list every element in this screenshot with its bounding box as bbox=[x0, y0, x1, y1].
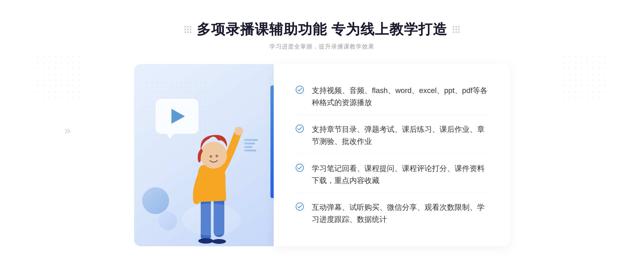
header-section: 多项录播课辅助功能 专为线上教学打造 学习进度全掌握，提升录播课教学效果 bbox=[184, 20, 460, 51]
dot bbox=[187, 29, 189, 30]
check-icon-4 bbox=[295, 202, 304, 211]
svg-point-12 bbox=[296, 164, 303, 171]
dot bbox=[190, 29, 191, 30]
dot bbox=[455, 31, 457, 33]
dot bbox=[187, 26, 189, 28]
title-row: 多项录播课辅助功能 专为线上教学打造 bbox=[184, 20, 460, 39]
dot bbox=[458, 26, 460, 28]
dot bbox=[184, 26, 186, 28]
svg-point-10 bbox=[296, 86, 303, 94]
check-icon-3 bbox=[295, 163, 304, 172]
dot bbox=[453, 31, 454, 33]
person-illustration bbox=[174, 118, 249, 246]
title-decoration-left bbox=[184, 26, 191, 33]
features-panel: 支持视频、音频、flash、word、excel、ppt、pdf等各种格式的资源… bbox=[274, 64, 510, 246]
dot bbox=[184, 29, 186, 30]
dot bbox=[190, 26, 191, 28]
page-subtitle: 学习进度全掌握，提升录播课教学效果 bbox=[269, 43, 374, 51]
page-title: 多项录播课辅助功能 专为线上教学打造 bbox=[197, 20, 447, 39]
page-wrapper: 多项录播课辅助功能 专为线上教学打造 学习进度全掌握，提升录播课教学效果 bbox=[0, 4, 644, 257]
feature-item-1: 支持视频、音频、flash、word、excel、ppt、pdf等各种格式的资源… bbox=[295, 79, 491, 115]
dot bbox=[455, 29, 457, 30]
svg-point-7 bbox=[210, 155, 212, 158]
dot bbox=[453, 29, 454, 30]
bg-dots-right bbox=[561, 54, 609, 102]
deco-circle-2 bbox=[158, 211, 177, 230]
left-arrow-decoration: » bbox=[64, 125, 71, 136]
dot-grid-right bbox=[453, 26, 460, 33]
dot bbox=[455, 26, 457, 28]
svg-point-11 bbox=[296, 125, 303, 132]
bg-dots-left bbox=[35, 54, 83, 102]
title-decoration-right bbox=[453, 26, 460, 33]
feature-text-1: 支持视频、音频、flash、word、excel、ppt、pdf等各种格式的资源… bbox=[312, 85, 491, 109]
svg-point-4 bbox=[212, 239, 226, 244]
check-icon-2 bbox=[295, 124, 304, 133]
dot bbox=[453, 26, 454, 28]
dot-grid-left bbox=[184, 26, 191, 33]
feature-text-4: 互动弹幕、试听购买、微信分享、观看次数限制、学习进度跟踪、数据统计 bbox=[312, 202, 491, 226]
feature-item-3: 学习笔记回看、课程提问、课程评论打分、课件资料下载，重点内容收藏 bbox=[295, 157, 491, 193]
dot bbox=[190, 31, 191, 33]
svg-point-13 bbox=[296, 203, 303, 210]
blue-accent-bar bbox=[270, 85, 274, 198]
dot bbox=[187, 31, 189, 33]
feature-item-2: 支持章节目录、弹题考试、课后练习、课后作业、章节测验、批改作业 bbox=[295, 118, 491, 154]
feature-text-2: 支持章节目录、弹题考试、课后练习、课后作业、章节测验、批改作业 bbox=[312, 124, 491, 148]
feature-text-3: 学习笔记回看、课程提问、课程评论打分、课件资料下载，重点内容收藏 bbox=[312, 163, 491, 187]
dot bbox=[184, 31, 186, 33]
illustration-panel bbox=[134, 64, 274, 246]
svg-point-6 bbox=[200, 142, 227, 169]
svg-point-9 bbox=[182, 203, 241, 236]
dot bbox=[458, 29, 460, 30]
svg-point-3 bbox=[198, 238, 213, 244]
content-area: 支持视频、音频、flash、word、excel、ppt、pdf等各种格式的资源… bbox=[134, 64, 510, 246]
check-icon-1 bbox=[295, 85, 304, 94]
svg-point-8 bbox=[215, 155, 218, 157]
deco-circle-1 bbox=[142, 187, 169, 214]
svg-point-5 bbox=[235, 127, 243, 135]
dot bbox=[458, 31, 460, 33]
feature-item-4: 互动弹幕、试听购买、微信分享、观看次数限制、学习进度跟踪、数据统计 bbox=[295, 196, 491, 232]
